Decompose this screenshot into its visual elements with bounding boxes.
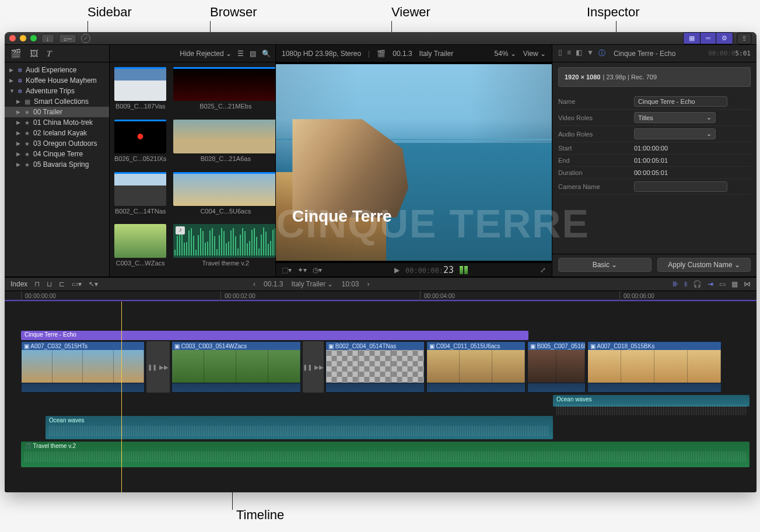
- clip-thumbnail[interactable]: [114, 120, 166, 153]
- title-clip[interactable]: Cinque Terre - Echo: [21, 331, 528, 340]
- apply-custom-name-popup[interactable]: Apply Custom Name ⌄: [657, 258, 751, 272]
- browser-clip[interactable]: B028_C...21A6as: [173, 120, 275, 167]
- browser: Hide Rejected ⌄ ☰ ▤ 🔍 B009_C...187VasB02…: [110, 45, 276, 276]
- clip-grouping-icon[interactable]: ▤: [250, 50, 256, 58]
- timeline-video-clip[interactable]: ▣ A007_C018_0515BKs: [587, 341, 722, 393]
- timeline-video-clip[interactable]: ▣ B002_C004_0514TNas: [325, 341, 425, 393]
- inspector-tab-video[interactable]: ▯: [558, 48, 562, 58]
- minimize-window-button[interactable]: [20, 35, 26, 41]
- timeline-history-back[interactable]: ‹: [253, 280, 255, 288]
- sidebar-item[interactable]: ▶★04 Cinque Terre: [5, 149, 109, 159]
- sidebar-item[interactable]: ▶★05 Bavaria Spring: [5, 159, 109, 170]
- filter-popup[interactable]: Hide Rejected ⌄: [180, 50, 232, 58]
- zoom-window-button[interactable]: [30, 35, 37, 41]
- background-tasks-button[interactable]: ✓: [81, 34, 90, 43]
- window-titlebar: ↓ ⌕━ ✓ ▦ ═ ⚙ ⇪: [5, 32, 757, 45]
- skimming-icon[interactable]: ⊪: [673, 280, 678, 288]
- connect-clip-icon[interactable]: ⊓: [34, 280, 40, 288]
- timeline-video-clip[interactable]: ▣ C003_C003_0514WZacs: [171, 341, 301, 393]
- browser-clip[interactable]: B025_C...21MEbs: [173, 67, 275, 115]
- viewer-timecode[interactable]: 00:00:00:23: [405, 265, 454, 275]
- color-tool-icon[interactable]: ✦▾: [297, 266, 307, 274]
- sidebar-item[interactable]: ▶★00 Trailer: [5, 107, 109, 117]
- clip-thumbnail[interactable]: [173, 67, 275, 101]
- toggle-browser-button[interactable]: ▦: [684, 33, 701, 44]
- clip-thumbnail[interactable]: [173, 120, 275, 153]
- timeline-transitions-icon[interactable]: ⋈: [744, 280, 751, 288]
- snapping-icon[interactable]: ⇥: [708, 280, 713, 288]
- clip-thumbnail[interactable]: [173, 172, 275, 206]
- inspector-tab-filter[interactable]: ▼: [587, 48, 594, 58]
- import-button[interactable]: ↓: [41, 34, 54, 43]
- sidebar-item[interactable]: ▶★03 Oregon Outdoors: [5, 138, 109, 149]
- timeline-index-button[interactable]: Index: [10, 280, 27, 288]
- sidebar-library[interactable]: ▼✲Adventure Trips: [5, 86, 109, 96]
- fullscreen-icon[interactable]: ⤢: [540, 266, 546, 274]
- timeline-video-clip[interactable]: ▣ C004_C011_0515U6acs: [426, 341, 526, 393]
- timeline[interactable]: Cinque Terre - Echo ▣ A007_C032_0515HTs❚…: [5, 302, 757, 492]
- sidebar-library[interactable]: ▶✲Koffee House Mayhem: [5, 75, 109, 86]
- inspector-fields: NameCinque Terre - EchoVideo RolesTitles…: [558, 94, 751, 195]
- timeline-video-clip[interactable]: ▣ B005_C007_0516D1...: [527, 341, 586, 393]
- toggle-inspector-button[interactable]: ⚙: [716, 33, 733, 44]
- clip-thumbnail[interactable]: [114, 224, 166, 258]
- audio-skimming-icon[interactable]: ⫴: [684, 280, 687, 288]
- inspector-select[interactable]: ⌄: [634, 128, 716, 139]
- inspector-text-input[interactable]: [634, 181, 727, 192]
- clip-appearance-icon[interactable]: ☰: [237, 50, 244, 58]
- timeline-project-number: 00.1.3: [264, 280, 283, 288]
- project-name[interactable]: Italy Trailer: [419, 50, 454, 58]
- inspector-field-row: Camera Name: [558, 179, 751, 195]
- timeline-video-clip[interactable]: ▣ A007_C032_0515HTs: [21, 341, 145, 393]
- tools-popup-icon[interactable]: ↖▾: [89, 280, 98, 288]
- timeline-history-fwd[interactable]: ›: [367, 280, 370, 288]
- browser-clip[interactable]: C004_C...5U6acs: [173, 172, 275, 220]
- browser-clip[interactable]: B002_C...14TNas: [114, 172, 166, 220]
- timeline-gap[interactable]: ❚❚▶▶: [303, 341, 324, 393]
- inspector-tab-audio[interactable]: ◧: [576, 48, 582, 58]
- insert-clip-icon[interactable]: ⊔: [47, 280, 52, 288]
- clip-thumbnail[interactable]: [114, 172, 166, 206]
- overwrite-clip-icon[interactable]: ▭▾: [72, 280, 82, 288]
- timeline-effects-icon[interactable]: ▦: [731, 280, 738, 288]
- solo-icon[interactable]: 🎧: [693, 280, 702, 288]
- sidebar-item[interactable]: ▶★02 Iceland Kayak: [5, 128, 109, 138]
- clip-thumbnail[interactable]: ♪: [173, 224, 275, 258]
- clip-appearance-icon[interactable]: ▭: [719, 280, 726, 288]
- libraries-tab-icon[interactable]: 🎬: [10, 48, 22, 59]
- browser-clip[interactable]: B026_C...0521IXs: [114, 120, 166, 167]
- inspector-text-input[interactable]: Cinque Terre - Echo: [634, 96, 727, 107]
- viewer-view-menu[interactable]: View ⌄: [523, 50, 546, 58]
- append-clip-icon[interactable]: ⊏: [59, 280, 65, 288]
- browser-clip[interactable]: ♪Travel theme v.2: [173, 224, 275, 272]
- connected-audio-clip-upper[interactable]: Ocean waves: [553, 395, 750, 407]
- timeline-gap[interactable]: ❚❚▶▶: [146, 341, 170, 393]
- close-window-button[interactable]: [9, 35, 16, 41]
- inspector-tab-color[interactable]: ≡: [567, 48, 571, 58]
- timeline-ruler[interactable]: 00:00:00:00 00:00:02:00 00:00:04:00 00:0…: [5, 291, 757, 302]
- viewer-canvas[interactable]: CINQUE TERRE Cinque Terre: [276, 62, 552, 262]
- transform-tool-icon[interactable]: ⬚▾: [282, 266, 292, 274]
- browser-clip[interactable]: B009_C...187Vas: [114, 67, 166, 115]
- sidebar-item[interactable]: ▶★01 China Moto-trek: [5, 117, 109, 128]
- retime-tool-icon[interactable]: ◷▾: [313, 266, 322, 274]
- titles-tab-icon[interactable]: 𝑻: [47, 48, 52, 59]
- sidebar-item[interactable]: ▶▦Smart Collections: [5, 96, 109, 107]
- sidebar-library[interactable]: ▶✲Audi Experience: [5, 65, 109, 75]
- keyword-button[interactable]: ⌕━: [59, 34, 76, 43]
- clip-thumbnail[interactable]: [114, 67, 166, 101]
- toggle-timeline-button[interactable]: ═: [701, 33, 716, 44]
- viewer-zoom[interactable]: 54% ⌄: [494, 50, 516, 58]
- search-icon[interactable]: 🔍: [262, 50, 271, 58]
- photos-tab-icon[interactable]: 🖼: [30, 48, 38, 58]
- share-button[interactable]: ⇪: [737, 33, 752, 44]
- music-clip[interactable]: 🎵 Travel theme v.2: [21, 442, 750, 467]
- upper-panels: 🎬 🖼 𝑻 ▶✲Audi Experience▶✲Koffee House Ma…: [5, 45, 757, 277]
- metadata-view-popup[interactable]: Basic ⌄: [558, 258, 652, 272]
- browser-clip[interactable]: C003_C...WZacs: [114, 224, 166, 272]
- inspector-select[interactable]: Titles⌄: [634, 112, 716, 123]
- inspector-tab-info[interactable]: ⓘ: [598, 48, 605, 58]
- play-button[interactable]: ▶: [394, 266, 400, 274]
- playhead[interactable]: [121, 302, 122, 492]
- timeline-project-name[interactable]: Italy Trailer ⌄: [291, 280, 333, 288]
